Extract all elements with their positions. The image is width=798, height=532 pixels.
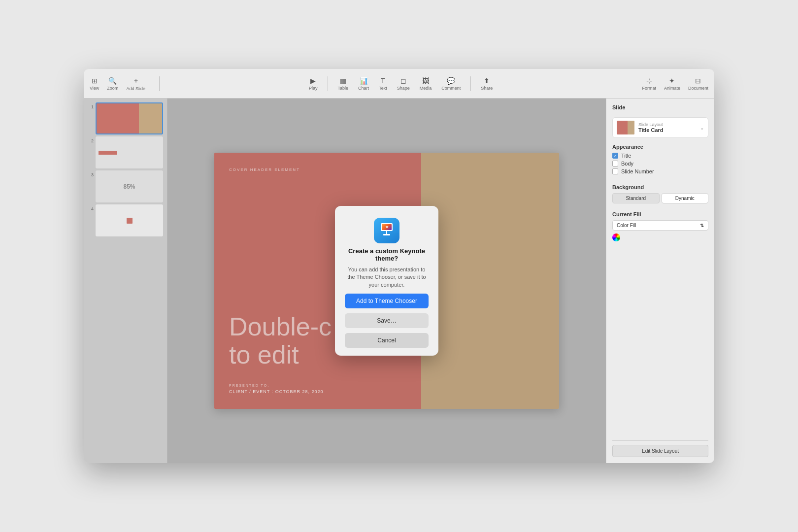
fill-dropdown[interactable]: Color Fill ⇅: [612, 220, 708, 231]
dialog: ★ Create a custom Keynote theme? You can…: [335, 206, 438, 356]
standard-button[interactable]: Standard: [612, 193, 660, 203]
table-icon: ▦: [340, 77, 346, 85]
comment-button[interactable]: 💬 Comment: [441, 77, 461, 91]
body-checkbox-row: Body: [612, 161, 708, 166]
slide-thumb-3[interactable]: 85%: [96, 170, 163, 202]
animate-icon: ✦: [669, 77, 675, 85]
fill-option-label: Color Fill: [617, 223, 636, 228]
mac-window: ⊞ View 🔍 Zoom ＋ Add Slide ▶ Play ▦ Table: [84, 69, 714, 463]
appearance-title: Appearance: [612, 144, 708, 150]
add-to-theme-chooser-button[interactable]: Add to Theme Chooser: [345, 294, 429, 308]
slide-number-checkbox[interactable]: [612, 168, 618, 174]
slide-thumb-container-2: 2: [88, 136, 163, 168]
shape-icon: ◻: [400, 77, 406, 85]
inspector-panel: Slide Slide Layout Title Card ⌄ Appearan…: [606, 99, 714, 463]
chart-icon: 📊: [360, 77, 368, 85]
keynote-app-icon: ★: [374, 218, 399, 243]
title-checkbox-label: Title: [621, 153, 631, 159]
text-icon: T: [381, 77, 385, 85]
save-button[interactable]: Save…: [345, 313, 429, 328]
add-slide-button[interactable]: ＋ Add Slide: [126, 76, 145, 91]
shape-button[interactable]: ◻ Shape: [397, 77, 410, 91]
zoom-icon: 🔍: [108, 77, 117, 85]
comment-icon: 💬: [447, 77, 455, 85]
toolbar-divider-1: [159, 76, 160, 91]
slide-thumb-4[interactable]: [96, 204, 163, 236]
view-button[interactable]: ⊞ View: [90, 77, 99, 91]
slide-thumb-container-1: 1: [88, 102, 163, 134]
dynamic-button[interactable]: Dynamic: [662, 193, 709, 203]
view-icon: ⊞: [92, 77, 98, 85]
cancel-button[interactable]: Cancel: [345, 333, 429, 348]
slide-layout-thumbnail: [617, 121, 634, 134]
title-checkbox-row: Title: [612, 153, 708, 159]
background-section: Background Standard Dynamic: [612, 184, 708, 203]
keynote-base: [383, 234, 390, 235]
toolbar-divider-3: [470, 76, 471, 91]
title-checkbox[interactable]: [612, 153, 618, 159]
add-slide-icon: ＋: [133, 76, 139, 85]
chart-button[interactable]: 📊 Chart: [358, 77, 369, 91]
format-icon: ⊹: [646, 77, 652, 85]
toolbar-left: ⊞ View 🔍 Zoom ＋ Add Slide: [90, 76, 145, 91]
dialog-title: Create a custom Keynote theme?: [345, 247, 429, 262]
color-wheel[interactable]: [612, 233, 620, 241]
body-checkbox[interactable]: [612, 161, 618, 166]
slide-thumb-container-3: 3 85%: [88, 170, 163, 202]
slide-panel: 1 2 3 85% 4: [84, 99, 167, 463]
main-content: 1 2 3 85% 4: [84, 99, 714, 463]
play-icon: ▶: [310, 77, 316, 85]
current-fill-section: Current Fill Color Fill ⇅: [612, 211, 708, 241]
slide-thumb-1[interactable]: [96, 102, 163, 134]
keynote-star: ★: [385, 225, 389, 229]
format-button[interactable]: ⊹ Format: [642, 77, 656, 91]
dialog-overlay: ★ Create a custom Keynote theme? You can…: [167, 99, 606, 463]
background-button-row: Standard Dynamic: [612, 193, 708, 203]
fill-dropdown-arrow: ⇅: [700, 223, 704, 228]
keynote-screen: ★: [381, 223, 393, 231]
media-button[interactable]: 🖼 Media: [420, 77, 432, 91]
slide-thumb-1-right-section: [139, 103, 162, 133]
toolbar-right: ⊹ Format ✦ Animate ⊟ Document: [642, 77, 708, 91]
slide-layout-label: Slide Layout: [638, 122, 696, 127]
toolbar-center: ▶ Play ▦ Table 📊 Chart T Text ◻ Shape 🖼: [164, 76, 638, 91]
dialog-body: You can add this presentation to the The…: [345, 266, 429, 289]
inspector-footer: Edit Slide Layout: [612, 440, 708, 457]
slide-thumb-4-dot: [127, 218, 133, 224]
layout-dropdown-arrow: ⌄: [700, 125, 704, 131]
animate-button[interactable]: ✦ Animate: [664, 77, 680, 91]
edit-slide-layout-button[interactable]: Edit Slide Layout: [612, 445, 708, 457]
keynote-screen-content: ★: [382, 224, 392, 230]
background-title: Background: [612, 184, 708, 190]
text-button[interactable]: T Text: [379, 77, 387, 91]
document-icon: ⊟: [695, 77, 701, 85]
slide-thumb-container-4: 4: [88, 204, 163, 236]
slide-layout-name: Title Card: [638, 127, 696, 133]
toolbar: ⊞ View 🔍 Zoom ＋ Add Slide ▶ Play ▦ Table: [84, 69, 714, 99]
share-button[interactable]: ⬆ Share: [481, 77, 493, 91]
current-fill-title: Current Fill: [612, 211, 708, 217]
slide-number-checkbox-label: Slide Number: [621, 168, 654, 174]
slide-thumb-3-text: 85%: [123, 183, 135, 190]
inspector-slide-title: Slide: [612, 104, 708, 110]
play-button[interactable]: ▶ Play: [309, 77, 318, 91]
slide-thumb-2-bar: [99, 151, 117, 155]
appearance-section: Appearance Title Body Slide Number: [612, 144, 708, 176]
body-checkbox-label: Body: [621, 161, 633, 166]
slide-layout-info: Slide Layout Title Card: [638, 122, 696, 133]
slide-number-checkbox-row: Slide Number: [612, 168, 708, 174]
document-button[interactable]: ⊟ Document: [688, 77, 708, 91]
canvas-area: COVER HEADER ELEMENT Double-c to edit PR…: [167, 99, 606, 463]
zoom-button[interactable]: 🔍 Zoom: [107, 77, 118, 91]
keynote-podium: ★: [380, 223, 394, 238]
slide-layout-thumb-right: [628, 121, 634, 134]
media-icon: 🖼: [422, 77, 429, 85]
slide-thumb-2[interactable]: [96, 136, 163, 168]
slide-layout-row[interactable]: Slide Layout Title Card ⌄: [612, 117, 708, 138]
share-icon: ⬆: [484, 77, 490, 85]
table-button[interactable]: ▦ Table: [338, 77, 349, 91]
toolbar-divider-2: [328, 76, 328, 91]
